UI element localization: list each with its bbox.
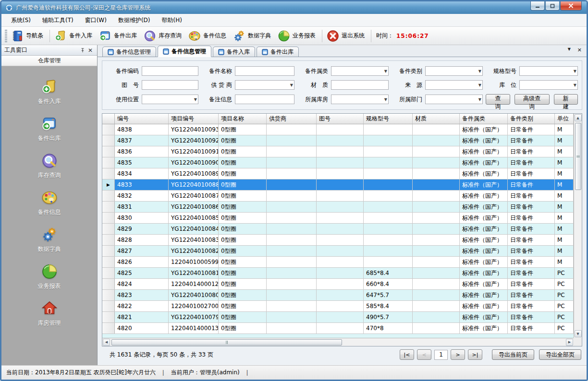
part-name-input[interactable] bbox=[235, 66, 294, 76]
tab-parts-info-mgmt-1[interactable]: 备件信息管理 bbox=[102, 47, 156, 57]
sidebar-item-parts-info[interactable]: 备件信息 bbox=[38, 190, 61, 216]
first-page-button[interactable]: |< bbox=[400, 349, 414, 360]
export-current-page-button[interactable]: 导出当前页 bbox=[492, 349, 534, 360]
table-row[interactable]: 4837YG122040100920型圈标准件（国产）日常备件M bbox=[102, 135, 574, 146]
toolbar-inventory-search[interactable]: 库存查询 bbox=[141, 29, 186, 43]
column-header-9[interactable]: 单位 bbox=[555, 114, 574, 124]
toolbar-parts-inbound[interactable]: 备件入库 bbox=[52, 29, 97, 43]
table-row[interactable]: 482412204014000120型圈660*8.4标准件（国产）日常备件PC bbox=[102, 279, 574, 290]
row-selector-cell[interactable] bbox=[102, 257, 115, 267]
table-row[interactable]: 482612204010005990型圈标准件（国产）日常备件M bbox=[102, 257, 574, 268]
toolbar-parts-outbound[interactable]: 备件出库 bbox=[97, 29, 141, 43]
scroll-right-icon[interactable]: ▶ bbox=[566, 339, 573, 346]
column-header-0[interactable]: 编号 bbox=[115, 114, 169, 124]
table-row[interactable]: 4821YG122040100790型圈490*5.7标准件（国产）日常备件PC bbox=[102, 312, 574, 323]
row-selector-cell[interactable] bbox=[102, 290, 115, 300]
column-header-2[interactable]: 项目名称 bbox=[219, 114, 267, 124]
toolbar-business-report[interactable]: 业务报表 bbox=[275, 29, 320, 43]
sidebar-item-warehouse-mgmt[interactable]: 库房管理 bbox=[38, 300, 61, 327]
next-page-button[interactable]: > bbox=[451, 349, 465, 360]
remark-input[interactable] bbox=[235, 95, 294, 104]
menu-data-maintenance[interactable]: 数据维护(D) bbox=[112, 14, 156, 26]
row-selector-cell[interactable] bbox=[102, 301, 115, 311]
menu-window[interactable]: 窗口(W) bbox=[79, 14, 112, 26]
table-row[interactable]: 4836YG122040100910型圈标准件（国产）日常备件M bbox=[102, 146, 574, 157]
sidebar-section-warehouse-mgmt[interactable]: 仓库管理 bbox=[1, 56, 97, 66]
row-selector-cell[interactable] bbox=[102, 124, 115, 135]
row-selector-cell[interactable] bbox=[102, 146, 115, 157]
new-button[interactable]: 新建 bbox=[554, 94, 578, 105]
column-header-3[interactable]: 供货商 bbox=[267, 114, 317, 124]
spec-model-select[interactable]: ▼ bbox=[519, 66, 578, 76]
table-row[interactable]: 4830YG122040100850型圈标准件（国产）日常备件M bbox=[102, 213, 574, 224]
department-select[interactable]: ▼ bbox=[425, 95, 483, 104]
tab-close-icon[interactable]: ✕ bbox=[577, 47, 582, 53]
menu-system[interactable]: 系统(S) bbox=[5, 14, 37, 26]
minimize-button[interactable] bbox=[530, 1, 545, 11]
table-row[interactable]: 4827YG122040100820型圈标准件（国产）日常备件M bbox=[102, 246, 574, 257]
tab-parts-inbound[interactable]: 备件入库 bbox=[213, 47, 255, 57]
sidebar-close-icon[interactable]: ✕ bbox=[86, 47, 94, 54]
warehouse-select[interactable]: ▼ bbox=[331, 95, 389, 104]
column-header-7[interactable]: 备件属类 bbox=[460, 114, 508, 124]
usage-position-select[interactable]: ▼ bbox=[142, 95, 198, 104]
sidebar-item-parts-inbound[interactable]: 备件入库 bbox=[38, 79, 61, 106]
row-selector-cell[interactable] bbox=[102, 279, 115, 289]
row-selector-cell[interactable] bbox=[102, 312, 115, 322]
stock-location-select[interactable]: ▼ bbox=[519, 80, 578, 90]
toolbar-parts-info[interactable]: 备件信息 bbox=[186, 29, 231, 43]
table-row[interactable]: 4828YG122040100830型圈标准件（国产）日常备件M bbox=[102, 235, 574, 246]
source-select[interactable]: ▼ bbox=[425, 80, 483, 90]
close-button[interactable] bbox=[560, 1, 582, 11]
row-selector-cell[interactable] bbox=[102, 168, 115, 179]
maximize-button[interactable] bbox=[545, 1, 560, 11]
row-selector-cell[interactable] bbox=[102, 135, 115, 146]
row-selector-cell[interactable] bbox=[102, 157, 115, 168]
row-selector-cell[interactable] bbox=[102, 202, 115, 212]
last-page-button[interactable]: >| bbox=[468, 349, 482, 360]
column-header-1[interactable]: 项目编号 bbox=[169, 114, 219, 124]
table-row[interactable]: 4823YG122040100800型圈647*5.7标准件（国产）日常备件PC bbox=[102, 290, 574, 301]
table-row[interactable]: 4825YG122040100810型圈685*8.4标准件（国产）日常备件PC bbox=[102, 268, 574, 279]
scroll-left-icon[interactable]: ◀ bbox=[103, 339, 110, 346]
table-row[interactable]: ▶4833YG122040100880型圈标准件（国产）日常备件M bbox=[102, 179, 574, 190]
row-selector-cell[interactable] bbox=[102, 268, 115, 278]
table-row[interactable]: 482212204010027000型圈585*8.4标准件（国产）日常备件PC bbox=[102, 301, 574, 312]
toolbar-grip[interactable] bbox=[5, 30, 7, 42]
row-selector-cell[interactable] bbox=[102, 246, 115, 256]
column-header-4[interactable]: 图号 bbox=[317, 114, 364, 124]
horizontal-scrollbar[interactable]: ◀ ▶ bbox=[102, 338, 574, 346]
query-button[interactable]: 查询 bbox=[486, 94, 510, 105]
toolbar-exit-system[interactable]: 退出系统 bbox=[324, 29, 369, 43]
table-row[interactable]: 4831YG122040100860型圈标准件（国产）日常备件M bbox=[102, 202, 574, 213]
table-row[interactable]: 4835YG122040100900型圈标准件（国产）日常备件M bbox=[102, 157, 574, 168]
page-number-input[interactable] bbox=[434, 350, 448, 360]
menu-aux-tools[interactable]: 辅助工具(T) bbox=[37, 14, 79, 26]
tab-parts-info-mgmt-2[interactable]: 备件信息管理 bbox=[158, 46, 211, 57]
toolbar-navigation-bar[interactable]: 导航条 bbox=[9, 29, 48, 43]
sidebar-item-business-report[interactable]: 业务报表 bbox=[38, 263, 61, 290]
sidebar-item-data-dictionary[interactable]: 数据字典 bbox=[38, 226, 61, 253]
vertical-scrollbar[interactable]: ▲ ▼ bbox=[574, 114, 582, 338]
vertical-scroll-thumb[interactable] bbox=[575, 123, 581, 190]
column-header-8[interactable]: 备件类别 bbox=[508, 114, 555, 124]
part-class-select[interactable]: ▼ bbox=[331, 66, 389, 76]
current-row-arrow-icon[interactable]: ▶ bbox=[102, 179, 115, 190]
tab-list-dropdown-icon[interactable]: ▼ bbox=[568, 47, 571, 53]
part-type-select[interactable]: ▼ bbox=[425, 66, 483, 76]
pin-icon[interactable] bbox=[79, 47, 86, 54]
table-row[interactable]: 4834YG122040100890型圈标准件（国产）日常备件M bbox=[102, 168, 574, 179]
part-code-input[interactable] bbox=[142, 66, 198, 76]
material-input[interactable] bbox=[331, 80, 389, 90]
scroll-down-icon[interactable]: ▼ bbox=[575, 330, 582, 337]
column-header-6[interactable]: 材质 bbox=[413, 114, 460, 124]
column-header-5[interactable]: 规格型号 bbox=[364, 114, 413, 124]
menu-help[interactable]: 帮助(H) bbox=[156, 14, 188, 26]
advanced-query-button[interactable]: 高级查询 bbox=[514, 94, 550, 105]
table-row[interactable]: 4829YG122040100840型圈标准件（国产）日常备件M bbox=[102, 224, 574, 235]
prev-page-button[interactable]: < bbox=[417, 349, 431, 360]
table-row[interactable]: 482012204014000130型圈470*8标准件（国产）日常备件PC bbox=[102, 323, 574, 334]
row-selector-cell[interactable] bbox=[102, 323, 115, 333]
table-row[interactable]: 4838YG122040100930型圈标准件（国产）日常备件M bbox=[102, 124, 574, 135]
supplier-select[interactable]: ▼ bbox=[235, 80, 294, 90]
